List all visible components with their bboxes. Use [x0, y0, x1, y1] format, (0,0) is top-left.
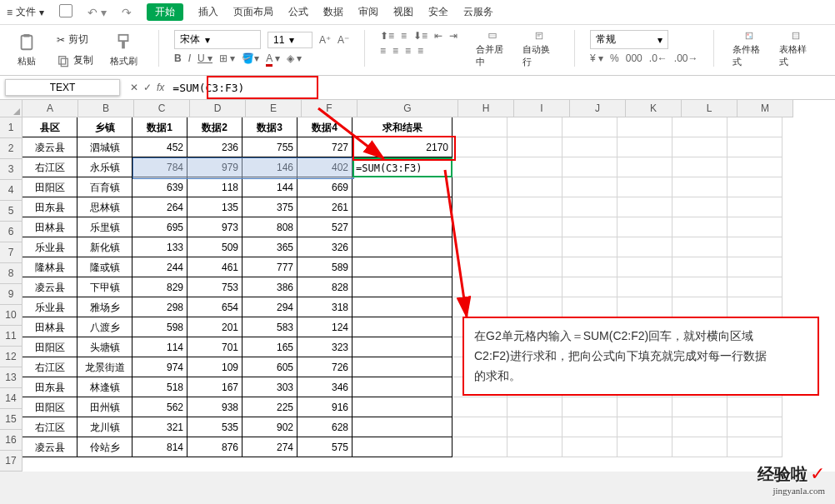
align-right-icon[interactable]: ≡ — [405, 45, 411, 57]
col-header-K[interactable]: K — [626, 100, 682, 117]
cell[interactable] — [562, 437, 618, 457]
cell[interactable]: 田阳区 — [22, 337, 78, 357]
row-header-9[interactable]: 9 — [0, 284, 22, 305]
fill-color-icon[interactable]: 🪣▾ — [242, 52, 259, 64]
col-header-L[interactable]: L — [682, 100, 738, 117]
border-icon[interactable]: ⊞ ▾ — [219, 52, 235, 64]
cell[interactable]: 114 — [132, 337, 188, 357]
row-header-2[interactable]: 2 — [0, 138, 22, 159]
header-cell[interactable] — [452, 117, 508, 137]
cell[interactable]: 167 — [188, 377, 242, 397]
paste-button[interactable]: 粘贴 — [7, 30, 47, 70]
cell[interactable] — [728, 157, 782, 177]
cell[interactable] — [352, 197, 452, 217]
cell[interactable] — [352, 177, 452, 197]
cell[interactable] — [352, 297, 452, 317]
cell[interactable] — [728, 177, 782, 197]
fx-icon[interactable]: fx — [157, 82, 164, 93]
cell[interactable]: 727 — [298, 137, 352, 157]
row-header-4[interactable]: 4 — [0, 180, 22, 201]
cell[interactable]: 829 — [132, 277, 188, 297]
col-header-F[interactable]: F — [302, 100, 358, 117]
cell[interactable] — [352, 157, 452, 177]
header-cell[interactable]: 数据1 — [132, 117, 188, 137]
cell[interactable]: 雅场乡 — [78, 297, 132, 317]
col-header-E[interactable]: E — [246, 100, 302, 117]
cell[interactable]: 828 — [298, 277, 352, 297]
align-top-icon[interactable]: ⬆≡ — [380, 30, 394, 42]
cell[interactable] — [508, 297, 562, 317]
col-header-M[interactable]: M — [738, 100, 793, 117]
tab-insert[interactable]: 插入 — [198, 5, 218, 19]
number-format-select[interactable]: 常规 ▾ — [590, 30, 668, 49]
cell[interactable]: 402 — [298, 157, 352, 177]
cell[interactable] — [352, 257, 452, 277]
decrease-decimal-icon[interactable]: .00→ — [674, 52, 698, 64]
cell[interactable] — [562, 137, 618, 157]
font-color-icon[interactable]: A ▾ — [266, 52, 280, 64]
cell[interactable]: 562 — [132, 397, 188, 417]
cell[interactable]: 124 — [298, 317, 352, 337]
currency-icon[interactable]: ¥ ▾ — [590, 52, 603, 64]
row-header-3[interactable]: 3 — [0, 159, 22, 180]
cell[interactable]: 田东县 — [22, 197, 78, 217]
cell[interactable] — [508, 137, 562, 157]
cell[interactable] — [728, 417, 782, 437]
row-header-12[interactable]: 12 — [0, 347, 22, 367]
cell[interactable]: 726 — [298, 357, 352, 377]
cell[interactable]: 右江区 — [22, 157, 78, 177]
cell[interactable] — [352, 317, 452, 337]
cell[interactable] — [452, 277, 508, 297]
cell[interactable]: 575 — [298, 437, 352, 457]
cond-format-button[interactable]: 条件格式 — [729, 30, 769, 70]
col-header-A[interactable]: A — [22, 100, 78, 117]
cell[interactable]: 323 — [298, 337, 352, 357]
cell[interactable] — [618, 437, 672, 457]
cell[interactable]: 133 — [132, 237, 188, 257]
cell[interactable] — [562, 217, 618, 237]
cell[interactable] — [618, 217, 672, 237]
bold-icon[interactable]: B — [174, 52, 182, 64]
font-name-select[interactable]: 宋体 ▾ — [174, 30, 261, 49]
cell[interactable]: 261 — [298, 197, 352, 217]
decrease-font-icon[interactable]: A⁻ — [338, 34, 349, 46]
cell[interactable] — [452, 157, 508, 177]
cell[interactable]: 294 — [242, 297, 298, 317]
cell[interactable] — [562, 257, 618, 277]
cell[interactable] — [352, 237, 452, 257]
cell[interactable] — [728, 437, 782, 457]
cell[interactable] — [352, 437, 452, 457]
row-header-15[interactable]: 15 — [0, 409, 22, 430]
cell[interactable]: 753 — [188, 277, 242, 297]
font-size-select[interactable]: 11 ▾ — [268, 32, 312, 48]
cell[interactable] — [672, 277, 728, 297]
merge-button[interactable]: 合并居中 — [472, 30, 512, 70]
cell[interactable] — [672, 297, 728, 317]
cell[interactable]: 田东县 — [22, 377, 78, 397]
cell[interactable]: 乐业县 — [22, 297, 78, 317]
cell[interactable] — [618, 237, 672, 257]
copy-button[interactable]: 复制 — [53, 52, 97, 69]
align-left-icon[interactable]: ≡ — [380, 45, 386, 57]
cell[interactable]: 新化镇 — [78, 237, 132, 257]
tab-formula[interactable]: 公式 — [288, 5, 308, 19]
cell[interactable]: 808 — [242, 217, 298, 237]
cell[interactable] — [452, 257, 508, 277]
cell[interactable]: 326 — [298, 237, 352, 257]
tab-review[interactable]: 审阅 — [358, 5, 378, 19]
cell[interactable]: 田州镇 — [78, 397, 132, 417]
align-middle-icon[interactable]: ≡ — [401, 30, 407, 42]
cell[interactable]: 452 — [132, 137, 188, 157]
tab-layout[interactable]: 页面布局 — [233, 5, 273, 19]
row-header-7[interactable]: 7 — [0, 242, 22, 263]
cell[interactable] — [508, 197, 562, 217]
formula-input[interactable] — [169, 80, 835, 96]
cell[interactable]: 201 — [188, 317, 242, 337]
header-cell[interactable] — [562, 117, 618, 137]
cell[interactable] — [562, 177, 618, 197]
cell[interactable] — [672, 237, 728, 257]
cell[interactable]: 303 — [242, 377, 298, 397]
cell[interactable]: 535 — [188, 417, 242, 437]
cell[interactable]: 695 — [132, 217, 188, 237]
cell[interactable]: 755 — [242, 137, 298, 157]
